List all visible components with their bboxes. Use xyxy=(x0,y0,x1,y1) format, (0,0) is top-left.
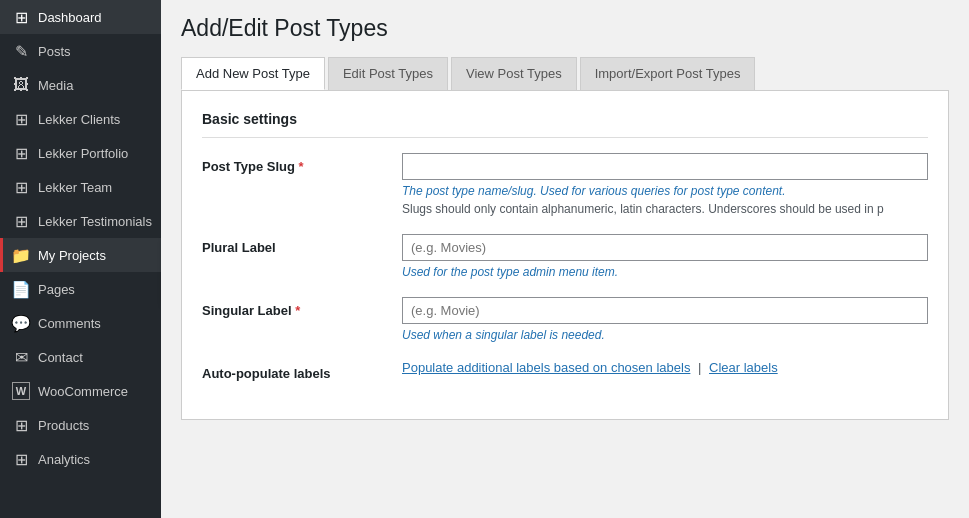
tab-view-post-types[interactable]: View Post Types xyxy=(451,57,577,90)
input-singular-label[interactable] xyxy=(402,297,928,324)
field-post-type-slug: The post type name/slug. Used for variou… xyxy=(402,153,928,216)
label-singular: Singular Label * xyxy=(202,297,402,318)
posts-icon: ✎ xyxy=(12,42,30,60)
sidebar-item-my-projects[interactable]: 📁 My Projects xyxy=(0,238,161,272)
form-row-singular-label: Singular Label * Used when a singular la… xyxy=(202,297,928,342)
sidebar-item-label: Pages xyxy=(38,282,75,297)
sidebar-item-woocommerce[interactable]: W WooCommerce xyxy=(0,374,161,408)
page-title: Add/Edit Post Types xyxy=(181,15,949,42)
sidebar-item-label: Comments xyxy=(38,316,101,331)
form-row-slug: Post Type Slug * The post type name/slug… xyxy=(202,153,928,216)
field-plural-label: Used for the post type admin menu item. xyxy=(402,234,928,279)
required-star: * xyxy=(299,159,304,174)
form-row-plural-label: Plural Label Used for the post type admi… xyxy=(202,234,928,279)
contact-icon: ✉ xyxy=(12,348,30,366)
products-icon: ⊞ xyxy=(12,416,30,434)
sidebar-item-lekker-clients[interactable]: ⊞ Lekker Clients xyxy=(0,102,161,136)
lekker-testimonials-icon: ⊞ xyxy=(12,212,30,230)
lekker-portfolio-icon: ⊞ xyxy=(12,144,30,162)
comments-icon: 💬 xyxy=(12,314,30,332)
separator: | xyxy=(698,360,701,375)
hint-post-type-slug: The post type name/slug. Used for variou… xyxy=(402,184,928,198)
form-row-auto-populate: Auto-populate labels Populate additional… xyxy=(202,360,928,381)
pages-icon: 📄 xyxy=(12,280,30,298)
sidebar-item-label: Lekker Team xyxy=(38,180,112,195)
sidebar-item-label: Media xyxy=(38,78,73,93)
main-content: Add/Edit Post Types Add New Post Type Ed… xyxy=(161,0,969,518)
label-post-type-slug: Post Type Slug * xyxy=(202,153,402,174)
sidebar-item-label: Lekker Testimonials xyxy=(38,214,152,229)
input-plural-label[interactable] xyxy=(402,234,928,261)
sidebar-item-analytics[interactable]: ⊞ Analytics xyxy=(0,442,161,476)
tabs-bar: Add New Post Type Edit Post Types View P… xyxy=(181,57,949,90)
sidebar-item-label: Contact xyxy=(38,350,83,365)
sidebar-item-label: Analytics xyxy=(38,452,90,467)
sidebar-item-media[interactable]: 🖼 Media xyxy=(0,68,161,102)
sidebar-item-label: Dashboard xyxy=(38,10,102,25)
my-projects-icon: 📁 xyxy=(12,246,30,264)
sidebar-item-comments[interactable]: 💬 Comments xyxy=(0,306,161,340)
field-auto-populate: Populate additional labels based on chos… xyxy=(402,360,928,375)
section-title: Basic settings xyxy=(202,111,928,138)
link-clear-labels[interactable]: Clear labels xyxy=(709,360,778,375)
flyout-wrapper: 📁 My Projects All Projects Add new xyxy=(0,238,161,272)
link-populate-labels[interactable]: Populate additional labels based on chos… xyxy=(402,360,690,375)
tab-edit-post-types[interactable]: Edit Post Types xyxy=(328,57,448,90)
content-panel: Basic settings Post Type Slug * The post… xyxy=(181,90,949,420)
sidebar-item-label: Posts xyxy=(38,44,71,59)
sidebar-item-label: WooCommerce xyxy=(38,384,128,399)
sidebar-item-contact[interactable]: ✉ Contact xyxy=(0,340,161,374)
lekker-clients-icon: ⊞ xyxy=(12,110,30,128)
sidebar-item-lekker-team[interactable]: ⊞ Lekker Team xyxy=(0,170,161,204)
dashboard-icon: ⊞ xyxy=(12,8,30,26)
sidebar-item-label: My Projects xyxy=(38,248,106,263)
hint-plural-label: Used for the post type admin menu item. xyxy=(402,265,928,279)
warning-post-type-slug: Slugs should only contain alphanumeric, … xyxy=(402,202,928,216)
input-post-type-slug[interactable] xyxy=(402,153,928,180)
sidebar-item-pages[interactable]: 📄 Pages xyxy=(0,272,161,306)
label-plural: Plural Label xyxy=(202,234,402,255)
media-icon: 🖼 xyxy=(12,76,30,94)
sidebar-item-lekker-testimonials[interactable]: ⊞ Lekker Testimonials xyxy=(0,204,161,238)
sidebar-item-label: Products xyxy=(38,418,89,433)
woocommerce-icon: W xyxy=(12,382,30,400)
sidebar-item-products[interactable]: ⊞ Products xyxy=(0,408,161,442)
tab-import-export[interactable]: Import/Export Post Types xyxy=(580,57,756,90)
sidebar-item-label: Lekker Portfolio xyxy=(38,146,128,161)
sidebar-item-label: Lekker Clients xyxy=(38,112,120,127)
sidebar-item-dashboard[interactable]: ⊞ Dashboard xyxy=(0,0,161,34)
label-auto-populate: Auto-populate labels xyxy=(202,360,402,381)
analytics-icon: ⊞ xyxy=(12,450,30,468)
required-star-singular: * xyxy=(295,303,300,318)
hint-singular-label: Used when a singular label is needed. xyxy=(402,328,928,342)
sidebar: ⊞ Dashboard ✎ Posts 🖼 Media ⊞ Lekker Cli… xyxy=(0,0,161,518)
lekker-team-icon: ⊞ xyxy=(12,178,30,196)
tab-add-new-post-type[interactable]: Add New Post Type xyxy=(181,57,325,90)
sidebar-item-posts[interactable]: ✎ Posts xyxy=(0,34,161,68)
field-singular-label: Used when a singular label is needed. xyxy=(402,297,928,342)
sidebar-item-lekker-portfolio[interactable]: ⊞ Lekker Portfolio xyxy=(0,136,161,170)
